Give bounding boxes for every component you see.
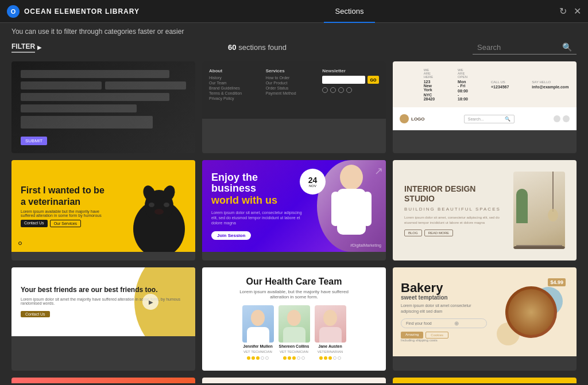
ch-social-2 xyxy=(563,115,570,122)
hc-name-2: Shereen Collins xyxy=(279,344,310,348)
pet-contact-btn: Contact Us xyxy=(21,220,48,227)
hc-role-2: VET TECHNICIAN xyxy=(280,350,308,353)
ch-search-icon: 🔍 xyxy=(505,116,510,122)
tab-sections[interactable]: Sections xyxy=(324,0,376,23)
search-input[interactable] xyxy=(477,43,558,52)
form-row-1 xyxy=(21,70,169,78)
pf-text: Lorem ipsum dolor sit amet the majority … xyxy=(21,297,186,305)
bak-search[interactable]: ⊕ xyxy=(401,318,487,328)
hc-role-3: VETERINARIAN xyxy=(318,350,343,353)
bak-shipping: Including shipping costs xyxy=(401,339,487,342)
ch-label-2: WE ARE OPEN xyxy=(458,68,468,79)
footer-newsletter: GO xyxy=(322,76,379,84)
hc-avatar-1 xyxy=(242,305,274,343)
pet-text: Lorem ipsum available but the majority h… xyxy=(21,209,111,217)
ch-val-3: Mon - Fri xyxy=(458,80,468,88)
form-row-2 xyxy=(21,81,186,90)
card-health-care[interactable]: Our Health Care Team Lorem ipsum availab… xyxy=(202,267,386,371)
social-icon-4 xyxy=(346,87,352,93)
filter-arrow-icon: ▶ xyxy=(37,44,42,50)
card-coral-partial[interactable] xyxy=(11,378,195,383)
filter-hint: You can use it to filter through categor… xyxy=(11,28,577,36)
card-pet-friend[interactable]: Your best friends are our best friends t… xyxy=(11,267,195,371)
app-title: OCEAN ELEMENTOR LIBRARY xyxy=(24,7,140,15)
form-submit-btn: SUBMIT xyxy=(21,137,47,145)
bak-subtitle: sweet temptation xyxy=(401,294,487,301)
hc-avatar-3 xyxy=(315,305,346,343)
card-interior-design[interactable]: INTERIOR DESIGN STUDIO BUILDING BEAUTIFU… xyxy=(393,160,577,260)
hc-dots-1 xyxy=(247,356,269,360)
pet-title: First I wanted to be a veterinarian xyxy=(21,185,111,207)
ch-label-1: WE ARE HERE xyxy=(424,68,435,79)
int-btn2: READ MORE xyxy=(424,230,453,236)
form-row-4 xyxy=(21,104,137,112)
int-image xyxy=(513,172,565,249)
int-buttons: BLOG READ MORE xyxy=(404,230,506,236)
card-bakery[interactable]: Bakery sweet temptation Lorem ipsum dolo… xyxy=(393,267,577,371)
logo-letter: O xyxy=(11,8,16,15)
ch-social-1 xyxy=(554,115,560,122)
pf-btn: Contact Us xyxy=(21,311,50,317)
int-subtitle: BUILDING BEAUTIFUL SPACES xyxy=(404,207,506,212)
app-logo: O xyxy=(7,5,20,18)
card-footer-dark[interactable]: About History Our Team Brand Guidelines … xyxy=(202,61,386,153)
filter-left[interactable]: FILTER ▶ xyxy=(11,42,42,53)
ch-info-3: CALL US +1234567 xyxy=(491,80,509,89)
ch-info-1: WE ARE HERE 123 New York NYC 28420 xyxy=(424,68,435,101)
dm-text: Lorem ipsum dolor sit amet, consectetur … xyxy=(211,210,302,225)
card-our-services[interactable]: Our Services Lorem ipsum available, but … xyxy=(393,378,577,383)
bak-title: Bakery xyxy=(401,282,487,294)
ch-val-6: info@example.com xyxy=(532,85,568,89)
newsletter-btn: GO xyxy=(368,76,379,84)
hc-member-3: Jane Austen VETERINARIAN xyxy=(315,305,346,360)
header-tabs: Sections xyxy=(324,0,376,23)
card-cream-header[interactable]: WE ARE HERE 123 New York NYC 28420 WE AR… xyxy=(393,61,577,153)
play-icon: ▶ xyxy=(149,299,153,305)
sections-grid-container: SUBMIT About History Our Team Brand Guid… xyxy=(0,61,588,383)
card-dark-form[interactable]: SUBMIT xyxy=(11,61,195,153)
int-text: INTERIOR DESIGN STUDIO BUILDING BEAUTIFU… xyxy=(404,172,506,249)
svg-point-11 xyxy=(251,310,265,326)
ch-val-5: +1234567 xyxy=(491,85,509,89)
int-title: INTERIOR DESIGN STUDIO xyxy=(404,184,506,204)
svg-rect-16 xyxy=(319,327,342,343)
social-icon-3 xyxy=(338,87,344,93)
close-icon[interactable]: ✕ xyxy=(574,6,581,17)
bak-food xyxy=(505,286,557,338)
svg-point-4 xyxy=(149,203,154,207)
ch-search[interactable]: Search... 🔍 xyxy=(464,115,514,123)
svg-point-5 xyxy=(164,203,169,207)
int-btn1: BLOG xyxy=(404,230,422,236)
hc-name-1: Jennifer Mullen xyxy=(243,344,272,348)
bak-search-input[interactable] xyxy=(406,321,452,325)
coral-content xyxy=(11,378,195,383)
bak-image-area: $4.99 xyxy=(494,275,568,348)
pf-play-btn[interactable]: ▶ xyxy=(142,294,158,310)
dm-join-btn: Join Session xyxy=(211,231,251,240)
hc-title: Our Health Care Team xyxy=(246,277,342,287)
pet-dots xyxy=(18,242,22,245)
refresh-icon[interactable]: ↻ xyxy=(559,6,567,17)
pink-content xyxy=(202,378,386,383)
form-row-3 xyxy=(21,93,169,101)
hc-text: Lorem ipsum available, but the majority … xyxy=(237,289,351,300)
hc-team: Jennifer Mullen VET TECHNICIAN xyxy=(242,305,346,360)
footer-social-icons xyxy=(322,87,379,93)
ch-val-4: 08:00 - 18:00 xyxy=(458,89,468,101)
search-box[interactable]: 🔍 xyxy=(473,40,577,55)
bak-price: $4.99 xyxy=(548,278,566,286)
ch-label-3: CALL US xyxy=(491,80,509,84)
hc-avatar-2 xyxy=(278,305,310,343)
bak-desc: Lorem ipsum dolor sit amet consectetur a… xyxy=(401,303,487,313)
footer-col-about: About History Our Team Brand Guidelines … xyxy=(209,68,266,102)
dm-subtitle: world with us xyxy=(211,195,377,207)
svg-point-6 xyxy=(154,209,164,215)
dog-svg xyxy=(127,172,191,252)
pf-content: Your best friends are our best friends t… xyxy=(21,286,186,318)
ch-info-4: SAY HELLO info@example.com xyxy=(532,80,568,89)
int-desc: Lorem ipsum dolor sit amet, consectetur … xyxy=(404,215,506,225)
card-yellow-pet[interactable]: First I wanted to be a veterinarian Lore… xyxy=(11,160,195,260)
card-digital-marketing[interactable]: Enjoy thebusiness world with us Lorem ip… xyxy=(202,160,386,260)
sections-grid: SUBMIT About History Our Team Brand Guid… xyxy=(11,61,577,383)
card-pink-partial[interactable] xyxy=(202,378,386,383)
